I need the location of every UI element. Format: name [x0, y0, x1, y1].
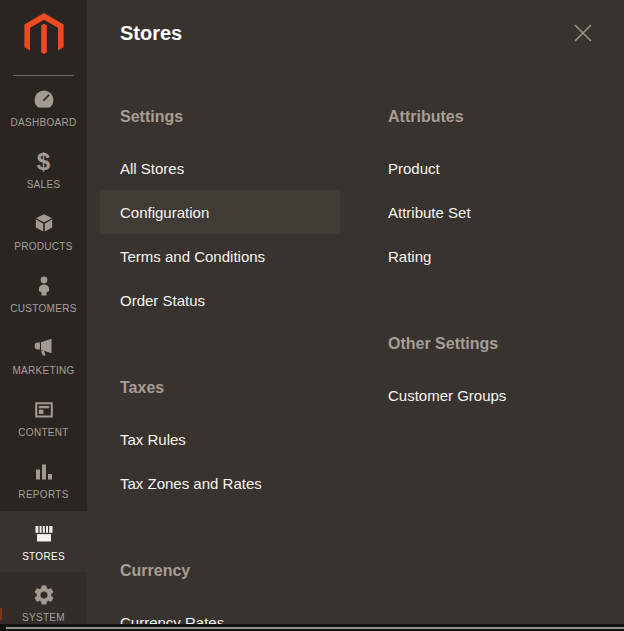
- panel-column-left: Settings All Stores Configuration Terms …: [120, 108, 388, 624]
- menu-item-customer-groups[interactable]: Customer Groups: [388, 373, 624, 417]
- sidebar-item-label: STORES: [22, 551, 65, 562]
- section-header: Settings: [120, 108, 388, 125]
- magento-logo-icon[interactable]: [24, 13, 64, 59]
- menu-item-configuration[interactable]: Configuration: [100, 190, 340, 234]
- gauge-icon: [32, 88, 56, 112]
- section-other-settings: Other Settings Customer Groups: [388, 335, 624, 417]
- admin-sidebar: DASHBOARD $ SALES PRODUCTS CUSTOMERS: [0, 0, 87, 624]
- dollar-icon: $: [37, 150, 50, 174]
- menu-item-rating[interactable]: Rating: [388, 234, 624, 278]
- sidebar-item-label: PRODUCTS: [14, 241, 73, 252]
- magento-admin-app: DASHBOARD $ SALES PRODUCTS CUSTOMERS: [0, 0, 624, 631]
- sidebar-divider: [13, 75, 74, 76]
- section-header: Currency: [120, 562, 388, 579]
- panel-column-right: Attributes Product Attribute Set Rating …: [388, 108, 624, 624]
- bar-chart-icon: [32, 460, 56, 484]
- sidebar-item-label: CONTENT: [18, 427, 68, 438]
- sidebar-item-content[interactable]: CONTENT: [0, 387, 87, 449]
- sidebar-item-reports[interactable]: REPORTS: [0, 449, 87, 511]
- sidebar-item-sales[interactable]: $ SALES: [0, 139, 87, 201]
- sidebar-item-customers[interactable]: CUSTOMERS: [0, 263, 87, 325]
- menu-item-tax-zones-and-rates[interactable]: Tax Zones and Rates: [120, 461, 388, 505]
- close-button[interactable]: [572, 22, 594, 44]
- gear-icon: [32, 583, 56, 607]
- section-header: Taxes: [120, 379, 388, 396]
- bottom-window-edge: [0, 624, 624, 631]
- sidebar-item-label: SYSTEM: [22, 612, 65, 623]
- panel-title: Stores: [120, 22, 182, 45]
- sidebar-item-label: REPORTS: [18, 489, 68, 500]
- cube-icon: [32, 212, 56, 236]
- sidebar-item-label: CUSTOMERS: [10, 303, 76, 314]
- section-attributes: Attributes Product Attribute Set Rating: [388, 108, 624, 278]
- logo-block: [0, 0, 87, 77]
- section-settings: Settings All Stores Configuration Terms …: [120, 108, 388, 322]
- section-currency: Currency Currency Rates: [120, 562, 388, 631]
- section-header: Other Settings: [388, 335, 624, 352]
- sidebar-item-dashboard[interactable]: DASHBOARD: [0, 77, 87, 139]
- menu-item-order-status[interactable]: Order Status: [120, 278, 388, 322]
- menu-item-attribute-set[interactable]: Attribute Set: [388, 190, 624, 234]
- menu-item-product[interactable]: Product: [388, 146, 624, 190]
- sidebar-item-stores[interactable]: STORES: [0, 511, 87, 572]
- section-header: Attributes: [388, 108, 624, 125]
- storefront-icon: [32, 522, 56, 546]
- section-taxes: Taxes Tax Rules Tax Zones and Rates: [120, 379, 388, 505]
- megaphone-icon: [32, 336, 56, 360]
- sidebar-item-label: MARKETING: [12, 365, 74, 376]
- menu-item-terms-and-conditions[interactable]: Terms and Conditions: [120, 234, 388, 278]
- bottom-scrollbar[interactable]: [6, 627, 624, 629]
- stores-flyout-panel: Stores Settings All Stores Configuration…: [87, 0, 624, 624]
- layout-icon: [32, 398, 56, 422]
- sidebar-item-marketing[interactable]: MARKETING: [0, 325, 87, 387]
- panel-content: Settings All Stores Configuration Terms …: [120, 108, 624, 624]
- sidebar-item-products[interactable]: PRODUCTS: [0, 201, 87, 263]
- close-icon: [572, 22, 594, 44]
- sidebar-item-system[interactable]: SYSTEM: [0, 572, 87, 624]
- menu-item-tax-rules[interactable]: Tax Rules: [120, 417, 388, 461]
- sidebar-item-label: DASHBOARD: [10, 117, 76, 128]
- left-edge-accent: [0, 608, 2, 620]
- person-icon: [32, 274, 56, 298]
- menu-item-all-stores[interactable]: All Stores: [120, 146, 388, 190]
- sidebar-nav: DASHBOARD $ SALES PRODUCTS CUSTOMERS: [0, 77, 87, 624]
- sidebar-item-label: SALES: [27, 179, 61, 190]
